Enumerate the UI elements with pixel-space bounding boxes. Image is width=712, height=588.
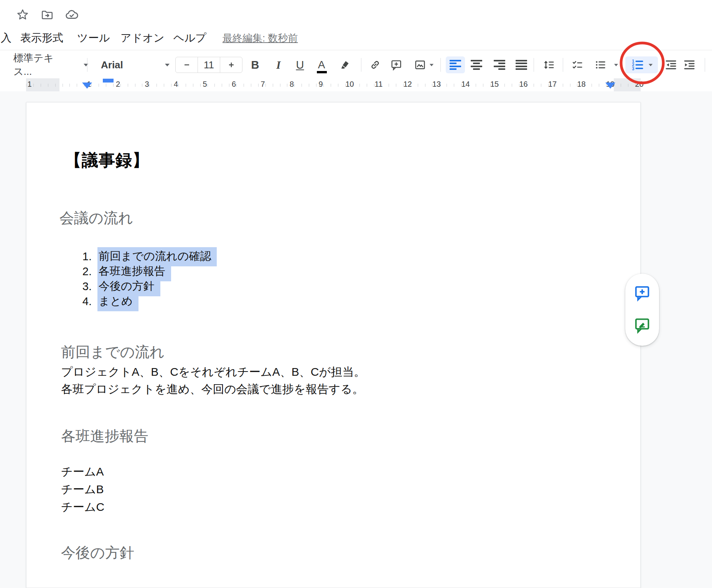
ruler-number: 20 [635,80,643,89]
star-icon[interactable] [15,8,30,22]
ruler-number: 14 [461,80,470,89]
checklist-button[interactable] [569,56,586,73]
ruler-number: 4 [174,80,178,89]
list-item[interactable]: 3. 今後の方針 [26,279,295,294]
right-indent-marker[interactable] [605,83,615,89]
left-indent-marker[interactable] [82,83,92,89]
menu-item-insert-partial[interactable]: 入 [1,31,12,45]
highlight-color-button[interactable] [337,56,354,73]
insert-image-button[interactable] [409,56,439,73]
insert-link-button[interactable] [367,56,384,73]
ruler-number: 10 [345,80,354,89]
indent-increase-button[interactable] [681,56,698,73]
ruler-number: 15 [490,80,499,89]
bold-label: B [251,59,259,71]
list-item[interactable]: 2. 各班進捗報告 [26,264,295,279]
heading-team-progress[interactable]: 各班進捗報告 [61,426,148,446]
font-size-decrease-button[interactable] [176,57,198,73]
text-color-icon: A [318,59,325,70]
toolbar-divider [87,58,87,72]
font-size-control: 11 [175,57,242,73]
font-size-value[interactable]: 11 [198,57,220,73]
list-marker: 1. [73,250,92,263]
ruler[interactable]: 1 1234567891011121314151617181920 [26,78,641,91]
align-left-button[interactable] [446,56,465,73]
italic-button[interactable]: I [270,56,287,73]
bold-button[interactable]: B [247,56,264,73]
numbered-list-button[interactable]: 1 2 3 [625,56,658,73]
toolbar: 標準テキス... Arial 11 B I U A [0,50,712,78]
align-justify-button[interactable] [513,56,530,73]
heading-previous-flow[interactable]: 前回までの流れ [61,342,165,362]
suggest-edit-icon [633,316,651,334]
chevron-down-icon [614,64,618,66]
ruler-number: 6 [232,80,236,89]
ruler-number: 3 [145,80,149,89]
align-left-icon [450,60,461,70]
indent-decrease-button[interactable] [663,56,679,73]
document-status-saved-icon[interactable] [64,8,79,22]
move-to-folder-icon[interactable] [40,8,54,22]
ruler-number: 17 [548,80,557,89]
chevron-down-icon [165,64,170,66]
menu-item-format[interactable]: 表示形式 [20,31,63,45]
font-family-dropdown[interactable]: Arial [95,56,172,73]
body-line[interactable]: 各班プロジェクトを進め、今回の会議で進捗を報告する。 [61,382,364,397]
toolbar-divider [440,58,441,72]
agenda-numbered-list[interactable]: 1. 前回までの流れの確認 2. 各班進捗報告 3. 今後の方針 4. まとめ [26,249,295,309]
body-line[interactable]: プロジェクトA、B、CをそれぞれチームA、B、Cが担当。 [61,364,365,380]
top-chrome: 入 表示形式 ツール アドオン ヘルプ 最終編集: 数秒前 [0,0,712,50]
indent-decrease-icon [664,58,677,71]
menu-item-addons[interactable]: アドオン [120,31,165,45]
comment-add-icon [390,59,402,71]
highlighter-icon [340,59,351,71]
link-icon [369,59,381,71]
align-right-button[interactable] [491,56,508,73]
paragraph-style-value: 標準テキス... [13,51,72,78]
ruler-margin-number: 1 [27,80,31,89]
doc-title[interactable]: 【議事録】 [65,149,149,172]
heading-meeting-flow[interactable]: 会議の流れ [59,208,133,228]
heading-future-policy[interactable]: 今後の方針 [61,543,134,563]
first-line-indent-marker[interactable] [103,79,114,83]
document-page[interactable]: 【議事録】 会議の流れ 1. 前回までの流れの確認 2. 各班進捗報告 3. 今… [26,102,641,588]
team-line[interactable]: チームC [61,499,104,515]
bulleted-list-button[interactable] [592,56,609,73]
ruler-number: 16 [519,80,527,89]
chevron-down-icon [430,64,433,66]
ruler-number: 12 [403,80,412,89]
menu-item-help[interactable]: ヘルプ [173,31,206,45]
align-center-button[interactable] [468,56,485,73]
chevron-down-icon [648,64,652,66]
indent-increase-icon [683,58,696,71]
team-line[interactable]: チームB [61,482,104,497]
suggest-edits-floating-button[interactable] [633,316,651,335]
last-edit-link[interactable]: 最終編集: 数秒前 [222,31,298,45]
toolbar-divider [534,58,534,72]
paragraph-style-dropdown[interactable]: 標準テキス... [8,56,88,73]
selected-text[interactable]: まとめ [97,292,138,311]
numbered-list-icon: 1 2 3 [631,58,644,72]
line-spacing-button[interactable] [541,56,557,73]
bulleted-list-icon [594,59,607,71]
list-item[interactable]: 4. まとめ [26,294,295,309]
image-icon [414,59,426,71]
list-marker: 4. [73,295,92,308]
add-comment-button[interactable] [388,56,405,73]
menu-item-tools[interactable]: ツール [77,31,110,45]
font-size-increase-button[interactable] [220,57,242,73]
italic-label: I [276,59,280,71]
toolbar-divider [563,58,563,72]
text-color-button[interactable]: A [313,56,330,73]
underline-button[interactable]: U [292,56,308,73]
add-comment-floating-button[interactable] [633,284,651,303]
menubar: 入 表示形式 ツール アドオン ヘルプ 最終編集: 数秒前 [0,28,460,46]
team-line[interactable]: チームA [61,464,104,480]
ruler-number: 11 [375,80,383,89]
ruler-number: 18 [577,80,585,89]
bulleted-list-dropdown[interactable] [610,56,622,73]
underline-label: U [296,59,304,71]
document-canvas: 【議事録】 会議の流れ 1. 前回までの流れの確認 2. 各班進捗報告 3. 今… [0,91,712,588]
ruler-number: 5 [203,80,207,89]
ruler-number: 13 [432,80,441,89]
